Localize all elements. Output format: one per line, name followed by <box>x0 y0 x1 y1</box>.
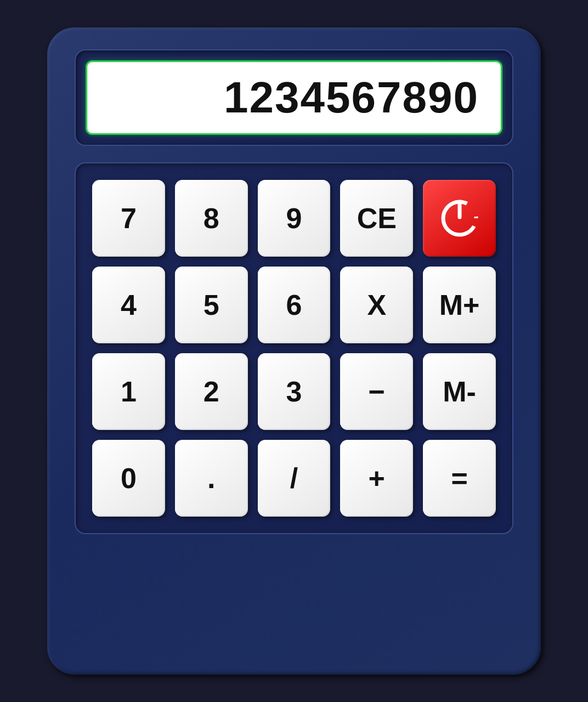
btn-3[interactable]: 3 <box>258 353 331 430</box>
display-value: 1234567890 <box>224 73 479 122</box>
btn-9[interactable]: 9 <box>258 180 331 257</box>
power-icon <box>438 196 482 240</box>
btn-power[interactable] <box>423 180 496 257</box>
display-container: 1234567890 <box>75 49 513 146</box>
btn-2[interactable]: 2 <box>175 353 248 430</box>
btn-6[interactable]: 6 <box>258 267 331 343</box>
btn-4[interactable]: 4 <box>92 267 165 343</box>
btn-minus[interactable]: − <box>340 353 413 430</box>
btn-equals[interactable]: = <box>423 440 496 517</box>
btn-0[interactable]: 0 <box>92 440 165 517</box>
btn-7[interactable]: 7 <box>92 180 165 257</box>
btn-m-minus[interactable]: M- <box>423 353 496 430</box>
btn-multiply[interactable]: X <box>340 267 413 343</box>
display-screen: 1234567890 <box>86 60 502 135</box>
calculator: 1234567890 7 8 9 CE 4 5 6 <box>47 27 541 675</box>
btn-plus[interactable]: + <box>340 440 413 517</box>
btn-m-plus[interactable]: M+ <box>423 267 496 343</box>
buttons-grid: 7 8 9 CE 4 5 6 X M+ <box>75 162 513 534</box>
btn-ce[interactable]: CE <box>340 180 413 257</box>
btn-8[interactable]: 8 <box>175 180 248 257</box>
btn-divide[interactable]: / <box>258 440 331 517</box>
btn-1[interactable]: 1 <box>92 353 165 430</box>
btn-5[interactable]: 5 <box>175 267 248 343</box>
btn-dot[interactable]: . <box>175 440 248 517</box>
